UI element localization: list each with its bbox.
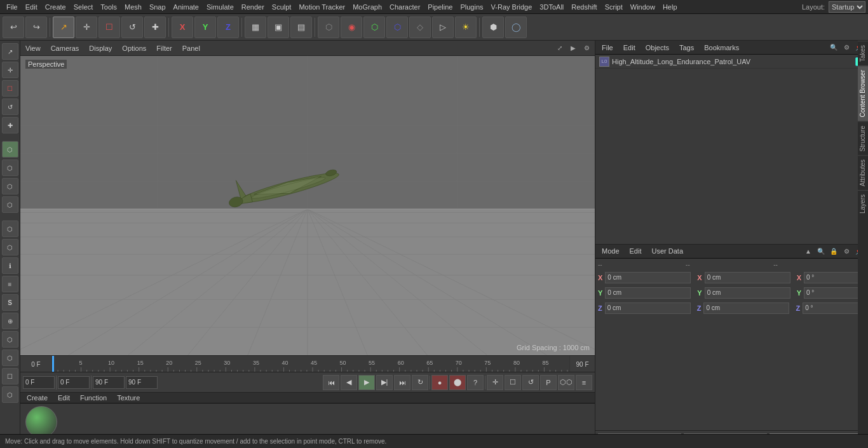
record-button[interactable]: ● (431, 375, 448, 390)
attr-search-icon[interactable]: 🔍 (816, 246, 826, 256)
vtab-takes[interactable]: Takes (858, 41, 868, 65)
sidebar-point[interactable]: ⬡ (2, 178, 18, 194)
spline-button[interactable]: ◉ (341, 17, 362, 38)
obj-bookmarks-btn[interactable]: Bookmarks (702, 43, 742, 52)
select-tool[interactable]: ↗ (53, 17, 74, 38)
vp-expand-icon[interactable]: ⤢ (554, 43, 566, 54)
menu-edit[interactable]: Edit (22, 2, 41, 12)
render-button[interactable]: ▦ (245, 17, 266, 38)
menu-simulate[interactable]: Simulate (203, 2, 238, 12)
obj-config-icon[interactable]: ⚙ (841, 43, 851, 53)
camera-button[interactable]: ▷ (432, 17, 454, 38)
sidebar-move[interactable]: ✛ (2, 62, 18, 78)
obj-search-icon[interactable]: 🔍 (829, 43, 839, 53)
obj-objects-btn[interactable]: Objects (643, 43, 672, 52)
menu-select[interactable]: Select (70, 2, 97, 12)
start-frame-field[interactable] (23, 376, 55, 389)
sidebar-bottom3[interactable]: ⬡ (2, 350, 18, 366)
param-key-button[interactable]: P (540, 375, 557, 390)
menu-create[interactable]: Create (41, 2, 70, 12)
end-frame-field2[interactable] (126, 376, 158, 389)
attr-up-icon[interactable]: ▲ (803, 246, 813, 256)
sidebar-layer[interactable]: ≡ (2, 276, 18, 292)
vp-settings-icon[interactable]: ⚙ (581, 43, 592, 54)
undo-button[interactable]: ↩ (3, 17, 24, 38)
step-forward-button[interactable]: ▶| (376, 375, 393, 390)
menu-mograph[interactable]: MoGraph (349, 2, 386, 12)
sidebar-uvw[interactable]: ⬡ (2, 196, 18, 213)
vp-render-icon[interactable]: ▶ (567, 43, 579, 54)
mat-function-btn[interactable]: Function (78, 393, 109, 402)
attr-config-icon[interactable]: ⚙ (841, 246, 851, 256)
goto-end-button[interactable]: ⏭ (394, 375, 410, 390)
menu-tools[interactable]: Tools (97, 2, 121, 12)
sidebar-poly[interactable]: ⬡ (2, 141, 18, 158)
move-tool[interactable]: ✛ (76, 17, 97, 38)
layout-select[interactable]: Startup (829, 1, 865, 13)
deformer-button[interactable]: ⬡ (386, 17, 408, 38)
vtab-content-browser[interactable]: Content Browser (858, 65, 868, 121)
menu-window[interactable]: Window (627, 2, 659, 12)
menu-character[interactable]: Character (386, 2, 424, 12)
rotate-key-button[interactable]: ↺ (522, 375, 539, 390)
scale-key-button[interactable]: ☐ (505, 375, 521, 390)
y-axis-button[interactable]: Y (194, 17, 216, 38)
z-position-field2[interactable] (703, 302, 789, 314)
sidebar-extra[interactable]: ✚ (2, 117, 18, 133)
vp-filter-menu[interactable]: Filter (154, 43, 174, 53)
sidebar-s[interactable]: S (2, 294, 18, 311)
menu-vray[interactable]: V-Ray Bridge (487, 2, 536, 12)
goto-start-button[interactable]: ⏮ (323, 375, 339, 390)
render-region-button[interactable]: ▣ (268, 17, 289, 38)
menu-animate[interactable]: Animate (170, 2, 203, 12)
vtab-layers[interactable]: Layers (858, 190, 868, 217)
x-position-field2[interactable] (705, 272, 790, 283)
vp-options-menu[interactable]: Options (119, 43, 149, 53)
attr-userdata-btn[interactable]: User Data (649, 247, 686, 255)
sidebar-bottom2[interactable]: ⬡ (2, 331, 18, 348)
x-position-field[interactable] (605, 272, 691, 283)
mat-edit-btn[interactable]: Edit (55, 393, 72, 402)
rotate-tool[interactable]: ↺ (121, 17, 143, 38)
floor-button[interactable]: ⬢ (482, 17, 504, 38)
key-info-button[interactable]: ? (467, 375, 484, 390)
menu-render[interactable]: Render (238, 2, 268, 12)
vtab-attributes[interactable]: Attributes (858, 155, 868, 190)
end-frame-field[interactable] (93, 376, 125, 389)
obj-file-btn[interactable]: File (599, 43, 616, 52)
nurbs-button[interactable]: ⬡ (363, 17, 385, 38)
menu-snap[interactable]: Snap (146, 2, 170, 12)
z-position-field[interactable] (605, 302, 691, 314)
menu-motion-tracker[interactable]: Motion Tracker (295, 2, 349, 12)
transform-tool[interactable]: ✚ (144, 17, 166, 38)
sidebar-bottom1[interactable]: ⊕ (2, 313, 18, 329)
move-key-button[interactable]: ✛ (487, 375, 503, 390)
sidebar-snap1[interactable]: ⬡ (2, 221, 18, 237)
sidebar-select[interactable]: ↗ (2, 43, 18, 60)
menu-file[interactable]: File (3, 2, 22, 12)
light-button[interactable]: ☀ (455, 17, 477, 38)
menu-plugins[interactable]: Plugins (456, 2, 487, 12)
sidebar-bottom4[interactable]: ☐ (2, 368, 18, 384)
redo-button[interactable]: ↪ (25, 17, 47, 38)
attr-edit-btn[interactable]: Edit (627, 247, 644, 255)
menu-script[interactable]: Script (601, 2, 627, 12)
vp-panel-menu[interactable]: Panel (180, 43, 203, 53)
mat-create-btn[interactable]: Create (24, 393, 50, 402)
sidebar-snap2[interactable]: ⬡ (2, 239, 18, 255)
obj-tags-btn[interactable]: Tags (677, 43, 696, 52)
sidebar-bottom5[interactable]: ⬡ (2, 386, 18, 403)
attr-lock-icon[interactable]: 🔒 (829, 246, 839, 256)
cube-button[interactable]: ⬡ (318, 17, 339, 38)
menu-sculpt[interactable]: Sculpt (268, 2, 295, 12)
timeline-view-button[interactable]: ≡ (576, 375, 592, 390)
mat-texture-btn[interactable]: Texture (114, 393, 142, 402)
current-frame-field[interactable] (58, 376, 90, 389)
sidebar-edge[interactable]: ⬡ (2, 160, 18, 176)
menu-pipeline[interactable]: Pipeline (424, 2, 456, 12)
sidebar-scale[interactable]: ☐ (2, 80, 18, 97)
sky-button[interactable]: ◯ (505, 17, 527, 38)
vp-view-menu[interactable]: View (23, 43, 43, 53)
viewport-3d[interactable]: X Y Z Perspective Grid Spacing : 1000 cm (20, 56, 595, 355)
table-row[interactable]: L0 High_Altitude_Long_Endurance_Patrol_U… (595, 55, 868, 69)
